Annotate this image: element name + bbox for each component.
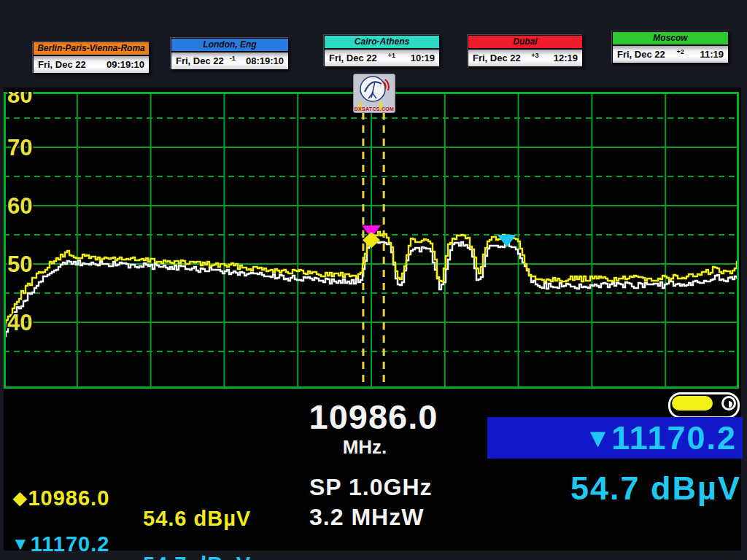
- clock-dubai: Dubai Fri, Dec 22 +3 12:19: [468, 35, 583, 67]
- selected-marker-level: 54.7 dBµV: [481, 470, 741, 508]
- clock-time: 08:19:10: [241, 55, 284, 66]
- clock-moscow: Moscow Fri, Dec 22 +2 11:19: [612, 31, 729, 63]
- clock-time: 09:19:10: [102, 59, 144, 70]
- clock-city-label: London, Eng: [171, 39, 288, 52]
- svg-text:40: 40: [7, 310, 32, 335]
- clock-utc-offset: +3: [531, 52, 538, 59]
- clock-time: 12:19: [549, 52, 578, 63]
- marker2-frequency: ▼11170.2: [12, 532, 109, 556]
- selected-marker-box[interactable]: ▼ 11170.2: [487, 417, 743, 459]
- clock-city-label: Dubai: [468, 36, 582, 50]
- clock-utc-offset: -1: [230, 55, 236, 62]
- clock-date: Fri, Dec 22: [38, 59, 86, 70]
- marker1-frequency: ◆10986.0: [13, 486, 109, 510]
- diamond-marker-icon: ◆: [13, 488, 27, 508]
- clock-date: Fri, Dec 22: [329, 52, 377, 63]
- clock-time: 11:19: [695, 49, 724, 60]
- triangle-marker-icon: ▼: [12, 534, 30, 553]
- marker2-level: 54.7 dBµV: [143, 553, 251, 560]
- span-setting: SP 1.0GHz: [309, 474, 432, 501]
- marker1-level: 54.6 dBµV: [143, 507, 251, 531]
- clock-utc-offset: +1: [388, 52, 395, 59]
- clock-time: 10:19: [406, 52, 435, 63]
- clock-utc-offset: +2: [676, 48, 684, 55]
- clock-date: Fri, Dec 22: [473, 52, 521, 63]
- clock-london: London, Eng Fri, Dec 22 -1 08:19:10: [171, 38, 289, 70]
- spectrum-chart: 8070605040: [4, 92, 739, 389]
- bandwidth-setting: 3.2 MHzW: [309, 504, 424, 531]
- selected-marker-frequency: 11170.2: [611, 419, 737, 457]
- meter-screen: Berlin-Paris-Vienna-Roma Fri, Dec 22 09:…: [0, 0, 747, 560]
- svg-text:50: 50: [7, 252, 32, 277]
- clock-cairo-athens: Cairo-Athens Fri, Dec 22 +1 10:19: [324, 35, 440, 67]
- clock-city-label: Moscow: [613, 32, 728, 46]
- dxsatcs-logo: DXSATCS.COM: [353, 74, 395, 113]
- satellite-dish-icon: [354, 74, 393, 111]
- clock-date: Fri, Dec 22: [176, 55, 224, 66]
- clock-city-label: Berlin-Paris-Vienna-Roma: [34, 42, 149, 56]
- battery-toggle-icon[interactable]: [668, 392, 740, 419]
- svg-text:80: 80: [7, 92, 32, 108]
- svg-text:60: 60: [7, 193, 32, 219]
- svg-text:70: 70: [7, 135, 32, 160]
- triangle-marker-icon: ▼: [585, 423, 611, 454]
- clock-city-label: Cairo-Athens: [325, 36, 439, 50]
- clock-date: Fri, Dec 22: [617, 49, 665, 60]
- clock-berlin-paris-vienna-roma: Berlin-Paris-Vienna-Roma Fri, Dec 22 09:…: [33, 42, 150, 74]
